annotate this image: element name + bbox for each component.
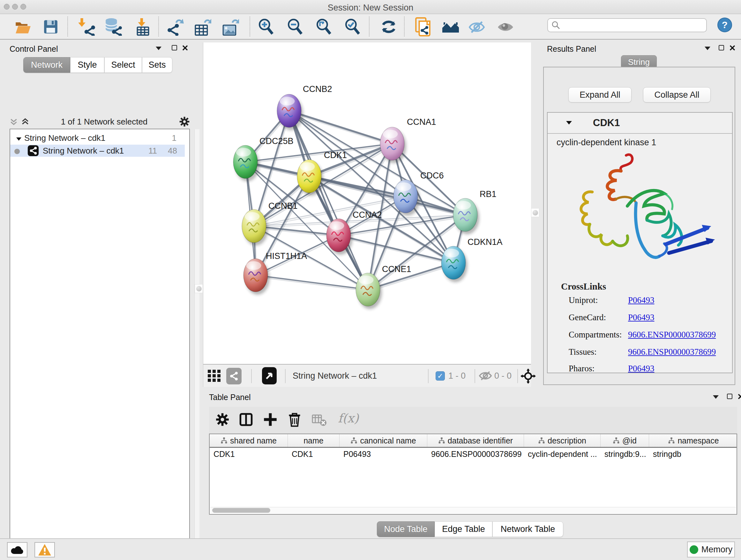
add-column-icon[interactable] [263, 413, 277, 427]
network-node-HIST1H1A[interactable] [244, 259, 270, 295]
results-panel-close-icon[interactable] [729, 45, 736, 51]
network-node-CDKN1A[interactable] [441, 246, 468, 282]
control-panel-float-icon[interactable] [172, 45, 177, 51]
selected-nodes-checkbox[interactable]: ✓ [435, 371, 445, 381]
toolbar-separator [369, 17, 369, 37]
collapse-all-icon[interactable] [10, 118, 18, 126]
protein-header-row[interactable]: CDK1 [548, 113, 732, 134]
cloud-button[interactable] [7, 542, 27, 557]
table-gear-icon[interactable] [215, 413, 229, 427]
network-list-scrollbar[interactable] [194, 129, 199, 560]
network-row-selected[interactable]: ● String Network – cdk1 11 48 [10, 145, 185, 157]
table-panel-close-icon[interactable] [738, 393, 741, 400]
function-builder-icon[interactable]: f(x) [338, 411, 359, 425]
search-field[interactable] [547, 18, 707, 32]
collapse-all-button[interactable]: Collapse All [643, 87, 711, 103]
zoom-out-icon[interactable] [286, 17, 304, 37]
refresh-icon[interactable] [380, 17, 398, 37]
warning-button[interactable] [35, 542, 55, 557]
column-header-description[interactable]: description [524, 434, 601, 447]
network-selection-status: 1 of 1 Network selected [29, 117, 179, 127]
memory-button[interactable]: Memory [687, 542, 735, 557]
column-header-canonical-name[interactable]: canonical name [340, 434, 427, 447]
network-selection-status-row: 1 of 1 Network selected [10, 115, 190, 128]
network-node-RB1[interactable] [453, 198, 479, 234]
import-network-from-database-icon[interactable] [104, 17, 122, 37]
import-network-icon[interactable] [78, 17, 96, 37]
network-edge-CCNB2-CCNA1[interactable] [289, 111, 392, 144]
node-label-CDC25B: CDC25B [259, 136, 293, 146]
column-header-namespace[interactable]: namespace [649, 434, 738, 447]
table-row[interactable]: CDK1 CDK1 P06493 9606.ENSP00000378699 cy… [210, 448, 737, 460]
table-toolbar: f(x) [209, 407, 737, 434]
left-splitter-handle[interactable] [195, 284, 203, 293]
tab-style[interactable]: Style [70, 57, 105, 73]
search-input[interactable] [563, 20, 700, 30]
column-header-shared-name[interactable]: shared name [210, 434, 288, 447]
open-session-icon[interactable] [14, 17, 32, 37]
open-in-string-button[interactable] [262, 367, 277, 384]
string-document-icon[interactable] [414, 17, 432, 37]
show-eye-icon[interactable] [496, 17, 515, 37]
network-collection-row[interactable]: String Network – cdk1 1 [10, 132, 185, 144]
crosslink-uniprot-link[interactable]: P06493 [628, 295, 655, 305]
protein-collapse-icon[interactable] [566, 121, 572, 125]
fit-crosshair-icon[interactable] [521, 368, 536, 385]
crosslink-tissues-link[interactable]: 9606.ENSP00000378699 [628, 347, 716, 357]
right-splitter-handle[interactable] [531, 208, 539, 217]
delete-table-icon[interactable] [312, 414, 327, 427]
network-canvas[interactable]: CCNB2CCNA1CDC25BCDK1CDC6RB1CCNB1CCNA2CDK… [203, 43, 531, 364]
share-network-button[interactable] [226, 368, 242, 384]
export-table-icon[interactable] [194, 17, 212, 37]
delete-column-trash-icon[interactable] [287, 412, 301, 427]
crosslink-compartments-link[interactable]: 9606.ENSP00000378699 [628, 330, 716, 340]
import-table-icon[interactable] [134, 17, 152, 37]
expand-all-button[interactable]: Expand All [568, 87, 631, 103]
help-button[interactable]: ? [718, 17, 732, 32]
tab-select[interactable]: Select [105, 57, 142, 73]
control-panel-collapse-icon[interactable] [156, 47, 161, 50]
table-panel-float-icon[interactable] [727, 394, 732, 399]
network-node-CCNA2[interactable] [327, 219, 353, 255]
network-node-CCNE1[interactable] [356, 273, 382, 309]
network-node-CCNB2[interactable] [277, 94, 303, 130]
show-columns-icon[interactable] [239, 413, 253, 427]
tab-edge-table[interactable]: Edge Table [434, 521, 492, 537]
expand-all-icon[interactable] [21, 118, 29, 126]
export-network-icon[interactable] [166, 17, 185, 37]
table-horizontal-scrollbar[interactable] [210, 507, 736, 513]
home-string-icon[interactable] [442, 17, 460, 37]
network-options-gear-icon[interactable] [179, 116, 190, 127]
column-header-name[interactable]: name [288, 434, 340, 447]
export-image-icon[interactable] [221, 17, 239, 37]
save-session-icon[interactable] [42, 17, 60, 37]
table-panel-collapse-icon[interactable] [713, 395, 719, 399]
node-label-CCNB2: CCNB2 [303, 84, 332, 94]
tab-node-table[interactable]: Node Table [377, 521, 434, 537]
zoom-in-icon[interactable] [257, 17, 275, 37]
column-network-icon [350, 437, 357, 444]
tab-network[interactable]: Network [23, 57, 70, 73]
column-header-database-identifier[interactable]: database identifier [427, 434, 524, 447]
scrollbar-thumb[interactable] [212, 508, 270, 513]
toolbar-separator [158, 17, 159, 37]
network-edge-CCNE1-HIST1H1A[interactable] [256, 275, 368, 290]
tab-sets[interactable]: Sets [142, 57, 172, 73]
results-panel-float-icon[interactable] [719, 45, 724, 51]
network-node-CCNB1[interactable] [242, 209, 268, 246]
titlebar: Session: New Session [0, 0, 741, 14]
crosslink-genecard-link[interactable]: P06493 [628, 313, 655, 322]
crosslink-label: Tissues: [569, 347, 597, 357]
hide-glass-eye-icon[interactable] [468, 17, 486, 37]
zoom-fit-icon[interactable] [315, 17, 333, 37]
zoom-selected-icon[interactable] [343, 17, 361, 37]
crosslink-pharos-link[interactable]: P06493 [628, 364, 655, 374]
birdseye-grid-icon[interactable] [207, 368, 222, 384]
control-panel-close-icon[interactable] [182, 45, 188, 51]
search-icon [551, 20, 561, 30]
tab-network-table[interactable]: Network Table [492, 521, 563, 537]
column-header-id[interactable]: @id [601, 434, 649, 447]
hidden-counts: 0 - 0 [494, 371, 512, 381]
results-panel-collapse-icon[interactable] [704, 47, 711, 50]
hidden-eye-icon[interactable] [478, 369, 492, 384]
